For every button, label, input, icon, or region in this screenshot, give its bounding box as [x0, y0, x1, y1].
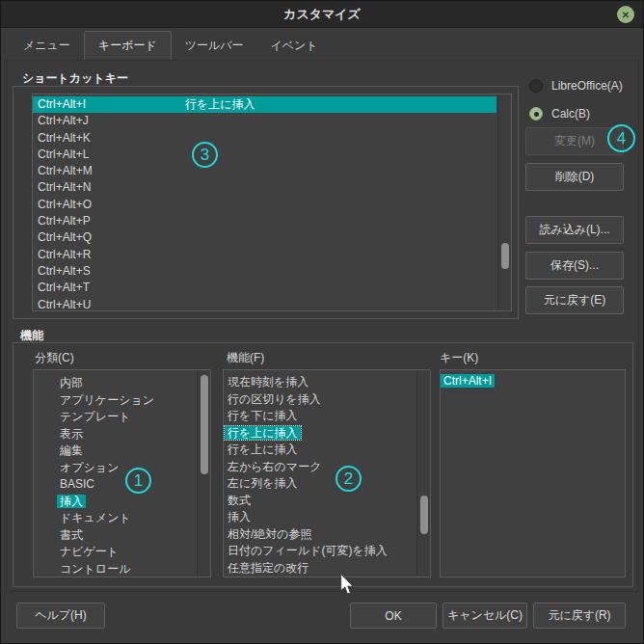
scrollbar-thumb[interactable]	[420, 496, 428, 534]
annotation-circle-1: 1	[125, 468, 151, 494]
list-item[interactable]: 挿入	[225, 509, 430, 526]
radio-icon	[529, 79, 543, 93]
radio-label: LibreOffice(A)	[551, 79, 623, 93]
list-item[interactable]: 数式	[225, 493, 430, 510]
list-item[interactable]: 挿入	[57, 494, 210, 511]
list-item[interactable]: 内部	[57, 375, 210, 392]
radio-option[interactable]: Calc(B)	[529, 106, 623, 121]
list-item[interactable]: 編集	[57, 443, 210, 460]
shortcut-action: 行を上に挿入	[185, 96, 255, 113]
shortcut-row[interactable]: Ctrl+Alt+S	[33, 263, 496, 280]
list-item[interactable]: 相対/絶対の参照	[225, 526, 430, 544]
cancel-button[interactable]: キャンセル(C)	[443, 603, 527, 629]
customize-dialog: カスタマイズ ✕ メニュー キーボード ツールバー イベント ショートカットキー…	[0, 0, 644, 644]
shortcut-row[interactable]: Ctrl+Alt+L	[33, 147, 496, 163]
function-items: 現在時刻を挿入 行の区切りを挿入 行を下に挿入 行を上に挿入 行を上に挿入	[224, 370, 430, 577]
shortcut-row[interactable]: Ctrl+Alt+J	[33, 113, 496, 129]
radio-label: Calc(B)	[551, 107, 590, 121]
list-item[interactable]: 行の区切りを挿入	[225, 391, 430, 409]
tab[interactable]: ツールバー	[172, 31, 257, 60]
list-item[interactable]: 行を上に挿入	[225, 442, 430, 459]
list-item[interactable]: ドキュメント	[57, 510, 210, 527]
tab-bar: メニュー キーボード ツールバー イベント	[10, 31, 332, 60]
list-item[interactable]: 日付のフィールド(可変)を挿入	[225, 543, 430, 560]
shortcut-row[interactable]: Ctrl+Alt+R	[33, 247, 496, 263]
shortcut-row[interactable]: Ctrl+Alt+I 行を上に挿入	[33, 96, 496, 113]
shortcut-key: Ctrl+Alt+S	[38, 263, 185, 280]
shortcut-key: Ctrl+Alt+T	[38, 280, 185, 296]
reset-button-footer[interactable]: 元に戻す(R)	[533, 603, 626, 629]
shortcut-list[interactable]: Ctrl+Alt+I 行を上に挿入 Ctrl+Alt+J Ctrl+Alt+K …	[32, 94, 512, 311]
shortcut-row[interactable]: Ctrl+Alt+P	[33, 213, 496, 229]
shortcut-key: Ctrl+Alt+N	[38, 179, 185, 196]
list-item[interactable]: ナビゲート	[57, 544, 210, 561]
shortcut-key: Ctrl+Alt+O	[38, 197, 185, 213]
annotation-circle-2: 2	[335, 466, 362, 492]
category-list[interactable]: 内部 アプリケーション テンプレート 表示 編集	[33, 369, 211, 577]
delete-button[interactable]: 削除(D)	[525, 163, 624, 191]
title-bar[interactable]: カスタマイズ ✕	[1, 1, 643, 28]
shortcut-row[interactable]: Ctrl+Alt+U	[33, 297, 496, 311]
shortcut-key: Ctrl+Alt+K	[38, 130, 185, 147]
list-item[interactable]: コントロール	[57, 561, 210, 578]
list-item[interactable]: 行を下に挿入	[225, 408, 430, 425]
shortcut-key: Ctrl+Alt+J	[38, 113, 185, 129]
close-button[interactable]: ✕	[617, 6, 634, 23]
category-label: 分類(C)	[35, 350, 74, 366]
load-button[interactable]: 読み込み(L)...	[525, 216, 624, 244]
list-item[interactable]: テンプレート	[57, 409, 210, 426]
list-item[interactable]: 左に列を挿入	[225, 475, 430, 493]
shortcut-key: Ctrl+Alt+U	[38, 297, 185, 311]
help-button[interactable]: ヘルプ(H)	[16, 603, 105, 629]
list-item[interactable]: 左から右のマーク	[225, 459, 430, 476]
tab[interactable]: イベント	[257, 31, 332, 60]
shortcut-row[interactable]: Ctrl+Alt+M	[33, 163, 496, 179]
list-item[interactable]: 書式	[57, 527, 210, 545]
shortcut-key: Ctrl+Alt+R	[38, 247, 185, 263]
list-item[interactable]: 表示	[57, 426, 210, 443]
shortcut-key: Ctrl+Alt+Q	[38, 229, 185, 246]
shortcut-row[interactable]: Ctrl+Alt+N	[33, 179, 496, 196]
radio-option[interactable]: LibreOffice(A)	[529, 78, 623, 94]
scope-radio-group: LibreOffice(A) Calc(B)	[529, 78, 623, 121]
key-label: キー(K)	[440, 350, 478, 366]
annotation-circle-3: 3	[192, 142, 218, 168]
radio-icon	[529, 107, 543, 121]
ok-button[interactable]: OK	[350, 603, 437, 629]
shortcut-scrollbar[interactable]	[497, 94, 511, 310]
save-button[interactable]: 保存(S)...	[525, 252, 624, 280]
list-item[interactable]: 行を上に挿入	[225, 425, 430, 443]
shortcut-key: Ctrl+Alt+P	[38, 213, 185, 229]
list-item[interactable]: アプリケーション	[57, 392, 210, 410]
shortcut-key: Ctrl+Alt+L	[38, 147, 185, 163]
category-scrollbar[interactable]	[197, 370, 210, 577]
key-list[interactable]: Ctrl+Alt+I	[440, 369, 626, 577]
function-label: 機能(F)	[227, 350, 264, 366]
tab[interactable]: メニュー	[10, 31, 84, 60]
shortcut-key: Ctrl+Alt+I	[38, 96, 185, 113]
dialog-title: カスタマイズ	[283, 6, 361, 23]
annotation-circle-4: 4	[607, 124, 635, 152]
function-list[interactable]: 現在時刻を挿入 行の区切りを挿入 行を下に挿入 行を上に挿入 行を上に挿入	[223, 369, 431, 577]
reset-button-side[interactable]: 元に戻す(E)	[525, 286, 624, 314]
shortcut-rows: Ctrl+Alt+I 行を上に挿入 Ctrl+Alt+J Ctrl+Alt+K …	[33, 94, 511, 311]
scrollbar-thumb[interactable]	[501, 243, 509, 269]
shortcut-row[interactable]: Ctrl+Alt+T	[33, 280, 496, 296]
shortcut-row[interactable]: Ctrl+Alt+Q	[33, 229, 496, 246]
close-icon: ✕	[622, 10, 630, 20]
shortcut-row[interactable]: Ctrl+Alt+K	[33, 130, 496, 147]
shortcut-key: Ctrl+Alt+M	[38, 163, 185, 179]
shortcut-section-label: ショートカットキー	[22, 70, 128, 87]
category-items: 内部 アプリケーション テンプレート 表示 編集	[34, 370, 210, 577]
tab[interactable]: キーボード	[84, 31, 172, 60]
key-items: Ctrl+Alt+I	[441, 370, 625, 390]
list-item[interactable]: Ctrl+Alt+I	[441, 373, 625, 390]
scrollbar-thumb[interactable]	[201, 375, 208, 474]
mouse-cursor-icon	[338, 573, 356, 596]
shortcut-row[interactable]: Ctrl+Alt+O	[33, 197, 496, 213]
function-scrollbar[interactable]	[416, 370, 430, 577]
list-item[interactable]: 任意指定の改行	[225, 560, 430, 577]
list-item[interactable]: 現在時刻を挿入	[225, 374, 430, 391]
